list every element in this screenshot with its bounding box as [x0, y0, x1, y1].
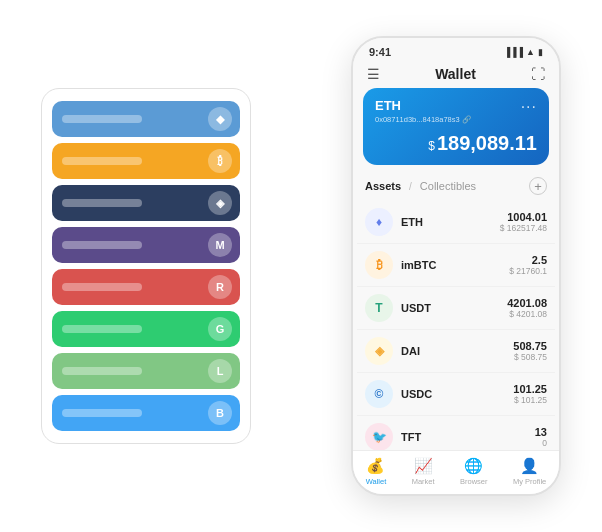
nav-icon-profile: 👤	[520, 457, 539, 475]
asset-symbol: imBTC	[401, 259, 509, 271]
asset-amounts: 508.75$ 508.75	[513, 340, 547, 362]
asset-usd: 0	[535, 438, 547, 448]
bottom-nav: 💰Wallet📈Market🌐Browser👤My Profile	[353, 450, 559, 494]
phone-header: ☰ Wallet ⛶	[353, 62, 559, 88]
asset-row[interactable]: ©USDC101.25$ 101.25	[357, 373, 555, 416]
nav-label-browser: Browser	[460, 477, 488, 486]
asset-row[interactable]: TUSDT4201.08$ 4201.08	[357, 287, 555, 330]
scene: ◆₿◈MRGLB 9:41 ▐▐▐ ▲ ▮ ☰ Wallet ⛶ ETH 0x0…	[11, 11, 591, 521]
card-stack-item[interactable]: M	[52, 227, 240, 263]
eth-balance-value: 189,089.11	[437, 132, 537, 154]
asset-amount: 13	[535, 426, 547, 438]
asset-usd: $ 4201.08	[507, 309, 547, 319]
card-stack-item[interactable]: L	[52, 353, 240, 389]
asset-amounts: 4201.08$ 4201.08	[507, 297, 547, 319]
asset-symbol: USDC	[401, 388, 513, 400]
card-stack-item[interactable]: B	[52, 395, 240, 431]
eth-address: 0x08711d3b...8418a78s3 🔗	[375, 115, 537, 124]
asset-row[interactable]: 🐦TFT130	[357, 416, 555, 450]
status-time: 9:41	[369, 46, 391, 58]
eth-balance-symbol: $	[428, 139, 435, 153]
asset-usd: $ 508.75	[513, 352, 547, 362]
asset-icon: ₿	[365, 251, 393, 279]
add-asset-button[interactable]: +	[529, 177, 547, 195]
status-bar: 9:41 ▐▐▐ ▲ ▮	[353, 38, 559, 62]
card-stack-item[interactable]: G	[52, 311, 240, 347]
eth-card-more[interactable]: ···	[521, 98, 537, 116]
asset-row[interactable]: ♦ETH1004.01$ 162517.48	[357, 201, 555, 244]
card-stack: ◆₿◈MRGLB	[41, 88, 251, 444]
nav-item-market[interactable]: 📈Market	[412, 457, 435, 486]
card-stack-item[interactable]: R	[52, 269, 240, 305]
asset-usd: $ 162517.48	[500, 223, 547, 233]
nav-icon-market: 📈	[414, 457, 433, 475]
eth-coin-label: ETH	[375, 98, 537, 113]
nav-icon-wallet: 💰	[366, 457, 385, 475]
asset-icon: T	[365, 294, 393, 322]
battery-icon: ▮	[538, 47, 543, 57]
asset-icon: ♦	[365, 208, 393, 236]
eth-card[interactable]: ETH 0x08711d3b...8418a78s3 🔗 $189,089.11…	[363, 88, 549, 165]
asset-usd: $ 101.25	[513, 395, 547, 405]
assets-header: Assets / Collectibles +	[353, 173, 559, 201]
asset-symbol: ETH	[401, 216, 500, 228]
nav-label-market: Market	[412, 477, 435, 486]
tab-collectibles[interactable]: Collectibles	[420, 180, 476, 192]
phone-frame: 9:41 ▐▐▐ ▲ ▮ ☰ Wallet ⛶ ETH 0x08711d3b..…	[351, 36, 561, 496]
scan-icon[interactable]: ⛶	[531, 66, 545, 82]
signal-icon: ▐▐▐	[504, 47, 523, 57]
nav-item-browser[interactable]: 🌐Browser	[460, 457, 488, 486]
card-stack-item[interactable]: ◈	[52, 185, 240, 221]
assets-tabs: Assets / Collectibles	[365, 180, 476, 192]
page-title: Wallet	[435, 66, 476, 82]
nav-label-profile: My Profile	[513, 477, 546, 486]
asset-symbol: DAI	[401, 345, 513, 357]
asset-list: ♦ETH1004.01$ 162517.48₿imBTC2.5$ 21760.1…	[353, 201, 559, 450]
asset-icon: ◈	[365, 337, 393, 365]
asset-icon: ©	[365, 380, 393, 408]
nav-item-profile[interactable]: 👤My Profile	[513, 457, 546, 486]
menu-icon[interactable]: ☰	[367, 66, 380, 82]
card-stack-item[interactable]: ₿	[52, 143, 240, 179]
asset-symbol: USDT	[401, 302, 507, 314]
asset-amount: 4201.08	[507, 297, 547, 309]
nav-item-wallet[interactable]: 💰Wallet	[366, 457, 387, 486]
status-icons: ▐▐▐ ▲ ▮	[504, 47, 543, 57]
asset-symbol: TFT	[401, 431, 535, 443]
eth-balance: $189,089.11	[375, 132, 537, 155]
nav-icon-browser: 🌐	[464, 457, 483, 475]
tab-assets[interactable]: Assets	[365, 180, 401, 192]
asset-amounts: 101.25$ 101.25	[513, 383, 547, 405]
asset-amounts: 1004.01$ 162517.48	[500, 211, 547, 233]
asset-amount: 2.5	[509, 254, 547, 266]
asset-row[interactable]: ₿imBTC2.5$ 21760.1	[357, 244, 555, 287]
asset-usd: $ 21760.1	[509, 266, 547, 276]
wifi-icon: ▲	[526, 47, 535, 57]
asset-amount: 508.75	[513, 340, 547, 352]
nav-label-wallet: Wallet	[366, 477, 387, 486]
tab-separator: /	[409, 181, 412, 192]
asset-amount: 101.25	[513, 383, 547, 395]
asset-row[interactable]: ◈DAI508.75$ 508.75	[357, 330, 555, 373]
asset-icon: 🐦	[365, 423, 393, 450]
card-stack-item[interactable]: ◆	[52, 101, 240, 137]
asset-amount: 1004.01	[500, 211, 547, 223]
asset-amounts: 130	[535, 426, 547, 448]
asset-amounts: 2.5$ 21760.1	[509, 254, 547, 276]
